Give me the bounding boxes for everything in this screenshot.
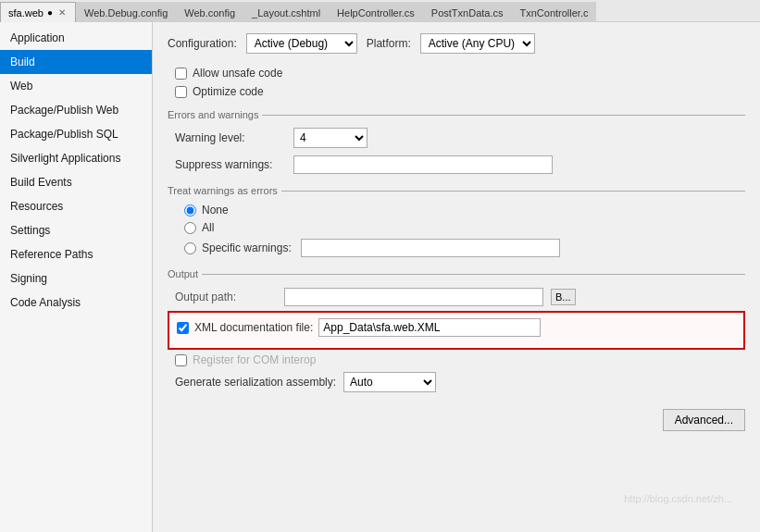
sidebar-item-code-analysis[interactable]: Code Analysis (0, 291, 152, 315)
platform-select[interactable]: Active (Any CPU) (420, 33, 535, 54)
sidebar-item-reference-paths[interactable]: Reference Paths (0, 242, 152, 266)
sidebar-item-signing[interactable]: Signing (0, 266, 152, 291)
optimize-code-checkbox[interactable] (175, 86, 187, 98)
warning-level-row: Warning level: 4 (175, 128, 745, 148)
allow-unsafe-code-label: Allow unsafe code (193, 67, 282, 80)
generate-serial-label: Generate serialization assembly: (175, 376, 336, 389)
register-com-checkbox[interactable] (175, 354, 187, 366)
tab-web-debug-config[interactable]: Web.Debug.config (76, 2, 176, 22)
register-com-label: Register for COM interop (193, 353, 316, 366)
allow-unsafe-code-row: Allow unsafe code (175, 67, 745, 80)
config-row: Configuration: Active (Debug) Platform: … (168, 33, 745, 54)
radio-specific[interactable] (184, 242, 196, 254)
tab-web-config[interactable]: Web.config (176, 2, 243, 22)
optimize-code-label: Optimize code (193, 85, 264, 98)
xml-doc-checkbox[interactable] (177, 322, 189, 334)
suppress-warnings-row: Suppress warnings: (175, 155, 745, 174)
sidebar-item-settings[interactable]: Settings (0, 218, 152, 242)
errors-warnings-section-label: Errors and warnings (168, 109, 745, 120)
sidebar-item-resources[interactable]: Resources (0, 194, 152, 218)
radio-none-label: None (202, 204, 229, 217)
tab-help-controller[interactable]: HelpController.cs (329, 2, 423, 22)
sidebar-item-package-publish-sql[interactable]: Package/Publish SQL (0, 122, 152, 146)
bottom-row: Advanced... (168, 403, 745, 431)
main-container: Application Build Web Package/Publish We… (0, 22, 760, 532)
tab-label: PostTxnData.cs (431, 7, 504, 19)
errors-warnings-section: Errors and warnings Warning level: 4 Sup… (168, 109, 745, 174)
treat-warnings-section-label: Treat warnings as errors (168, 185, 745, 196)
radio-specific-label: Specific warnings: (202, 241, 292, 254)
config-select[interactable]: Active (Debug) (246, 33, 357, 54)
warning-level-select[interactable]: 4 (293, 128, 368, 148)
tab-close-icon[interactable]: ✕ (56, 6, 68, 19)
register-com-row: Register for COM interop (175, 353, 745, 366)
sidebar-item-web[interactable]: Web (0, 74, 152, 98)
tab-modified-icon: ● (47, 7, 53, 18)
generate-serial-row: Generate serialization assembly: Auto (175, 372, 745, 392)
sidebar-item-build-events[interactable]: Build Events (0, 170, 152, 194)
radio-specific-row: Specific warnings: (184, 239, 745, 257)
tab-label: _Layout.cshtml (252, 7, 320, 19)
tab-label: TxnController.c (520, 7, 589, 19)
radio-all-row: All (184, 221, 745, 234)
treat-warnings-section: Treat warnings as errors None All Specif… (168, 185, 745, 257)
suppress-warnings-label: Suppress warnings: (175, 158, 286, 171)
radio-all-label: All (202, 221, 214, 234)
output-path-label: Output path: (175, 291, 277, 303)
radio-none[interactable] (184, 204, 196, 217)
tab-label: Web.Debug.config (84, 7, 168, 19)
output-section: Output Output path: B... XML documentati… (168, 268, 745, 392)
output-section-label: Output (168, 268, 745, 279)
output-path-browse-button[interactable]: B... (551, 289, 576, 305)
xml-doc-row: XML documentation file: (177, 318, 736, 337)
warning-level-label: Warning level: (175, 131, 286, 144)
config-label: Configuration: (168, 37, 237, 50)
tab-sfa-web[interactable]: sfa.web ● ✕ (0, 2, 76, 22)
code-options-section: Allow unsafe code Optimize code (168, 67, 745, 98)
tab-txn-controller[interactable]: TxnController.c (512, 2, 597, 22)
sidebar: Application Build Web Package/Publish We… (0, 22, 153, 532)
allow-unsafe-code-checkbox[interactable] (175, 68, 187, 80)
platform-label: Platform: (367, 37, 411, 50)
xml-doc-label: XML documentation file: (194, 321, 313, 334)
optimize-code-row: Optimize code (175, 85, 745, 98)
sidebar-item-silverlight-apps[interactable]: Silverlight Applications (0, 146, 152, 170)
suppress-warnings-input[interactable] (293, 155, 553, 174)
output-path-input[interactable] (284, 288, 543, 306)
xml-doc-highlighted-box: XML documentation file: (168, 311, 745, 350)
sidebar-item-package-publish-web[interactable]: Package/Publish Web (0, 98, 152, 122)
radio-all[interactable] (184, 222, 196, 234)
tab-label: sfa.web (8, 7, 44, 19)
radio-none-row: None (184, 204, 745, 217)
content-area: Configuration: Active (Debug) Platform: … (153, 22, 760, 532)
tab-label: HelpController.cs (337, 7, 415, 19)
tab-layout-cshtml[interactable]: _Layout.cshtml (243, 2, 329, 22)
specific-warnings-input[interactable] (301, 239, 560, 257)
tab-label: Web.config (184, 7, 235, 19)
output-path-row: Output path: B... (175, 287, 745, 307)
sidebar-item-build[interactable]: Build (0, 50, 152, 74)
xml-doc-input[interactable] (318, 318, 541, 337)
advanced-button[interactable]: Advanced... (663, 409, 745, 431)
tab-posttxn-data[interactable]: PostTxnData.cs (423, 2, 512, 22)
generate-serial-select[interactable]: Auto (343, 372, 436, 392)
sidebar-item-application[interactable]: Application (0, 26, 152, 50)
tab-bar: sfa.web ● ✕ Web.Debug.config Web.config … (0, 0, 760, 22)
